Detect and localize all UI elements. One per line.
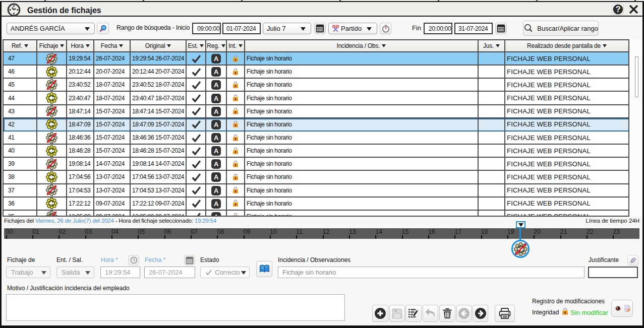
svg-text:?: ? xyxy=(615,5,620,14)
